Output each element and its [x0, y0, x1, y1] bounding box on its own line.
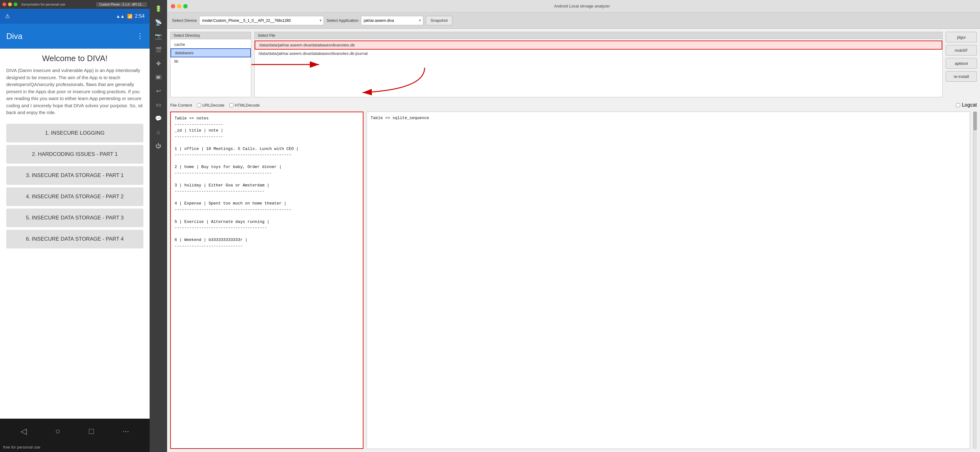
content-text-main: Table => notes -------------------- _id … [175, 115, 359, 249]
scrollbar[interactable] [973, 111, 977, 449]
android-navbar: ◁ ○ □ ··· [0, 419, 150, 444]
urldecode-label: URLDecode [202, 103, 224, 108]
device-select[interactable]: model:Custom_Phone__5_1_0__API_22__768x1… [199, 16, 324, 25]
htmldecode-group: HTMLDecode [229, 103, 260, 108]
file-content-area: File Content URLDecode HTMLDecode Logcat [170, 100, 977, 449]
status-time: 2:54 [135, 13, 145, 19]
device-label: Select Device [172, 18, 197, 23]
urldecode-checkbox[interactable] [197, 103, 201, 107]
window-icon[interactable]: ▭ [152, 99, 165, 111]
dir-item-databases[interactable]: databases [170, 48, 251, 57]
battery-icon[interactable]: 🔋 [152, 3, 165, 15]
statusbar-right: ▲▲ 📶 2:54 [116, 13, 145, 19]
emulator-window: Genymotion for personal use Custom Phone… [0, 0, 150, 452]
wifi-icon: 📶 [127, 14, 132, 19]
main-content-panel: Table => notes -------------------- _id … [170, 111, 363, 449]
android-content: Welcome to DIVA! DIVA (Damn insecure and… [0, 49, 150, 419]
directory-panel: Select Directory cache databases lib [170, 32, 251, 97]
app-title: Diva [6, 32, 22, 41]
diva-heading: Welcome to DIVA! [6, 54, 143, 63]
apktool-button[interactable]: apktool [946, 58, 977, 68]
snapshot-button[interactable]: Snapshot [426, 16, 452, 25]
android-appbar: Diva ⋮ [0, 24, 150, 49]
file-content-header: File Content URLDecode HTMLDecode Logcat [170, 100, 977, 110]
media-icon[interactable]: 🎬 [152, 44, 165, 56]
htmldecode-checkbox[interactable] [229, 103, 234, 107]
menu-item-1[interactable]: 1. INSECURE LOGGING [6, 124, 143, 142]
menu-item-5[interactable]: 5. INSECURE DATA STORAGE - PART 3 [6, 208, 143, 227]
logcat-group: Logcat [956, 102, 977, 108]
menu-item-4[interactable]: 4. INSECURE DATA STORAGE - PART 2 [6, 187, 143, 206]
move-icon[interactable]: ✥ [152, 57, 165, 70]
file-browser-area: Select Directory cache databases lib Sel… [170, 32, 977, 100]
reinstall-button[interactable]: re-install [946, 71, 977, 82]
secondary-content-panel: Table => sqlite_sequence [367, 111, 970, 449]
analyzer-main: Select Directory cache databases lib Sel… [167, 29, 980, 452]
home-nav-icon[interactable]: ○ [56, 427, 60, 436]
menu-item-6[interactable]: 6. INSECURE DATA STORAGE - PART 4 [6, 230, 143, 248]
home-icon[interactable]: ⌂ [152, 126, 165, 138]
menu-item-2[interactable]: 2. HARDCODING ISSUES - PART 1 [6, 145, 143, 164]
directory-panel-label: Select Directory [170, 32, 251, 39]
file-item-db[interactable]: /data/data/jakhar.aseem.diva/databases/d… [255, 41, 942, 49]
dir-item-lib[interactable]: lib [170, 57, 251, 65]
chat-icon[interactable]: 💬 [152, 112, 165, 125]
mac-maximize-button[interactable] [183, 4, 188, 8]
app-select-wrapper: jakhar.aseem.diva ▼ [361, 16, 423, 25]
menu-item-3[interactable]: 3. INSECURE DATA STORAGE - PART 1 [6, 166, 143, 185]
directory-list: cache databases lib [170, 39, 251, 97]
more-nav-icon[interactable]: ··· [122, 427, 129, 436]
file-browser-row: Select Directory cache databases lib Sel… [170, 32, 977, 97]
overflow-menu-icon[interactable]: ⋮ [137, 32, 143, 40]
mobsf-button[interactable]: mobSF [946, 45, 977, 56]
logcat-label: Logcat [962, 102, 977, 108]
logcat-checkbox[interactable] [956, 103, 960, 107]
diva-description: DIVA (Damn insecure and vulnerable App) … [6, 67, 143, 116]
mac-close-button[interactable] [171, 4, 175, 8]
warning-icon: ⚠ [5, 13, 10, 20]
minimize-button[interactable] [8, 3, 12, 6]
device-select-wrapper: model:Custom_Phone__5_1_0__API_22__768x1… [199, 16, 324, 25]
id-badge-icon[interactable]: ID [152, 71, 165, 84]
android-footer: free for personal use [0, 444, 150, 452]
maximize-button[interactable] [14, 3, 18, 6]
right-buttons: jdgui mobSF apktool re-install [946, 32, 977, 97]
file-content-panels: Table => notes -------------------- _id … [170, 111, 977, 449]
id-label: ID [155, 75, 162, 80]
analyzer-window-title: Android Local stroage analyzer [188, 4, 976, 8]
android-screen: ⚠ ▲▲ 📶 2:54 Diva ⋮ Welcome to DIVA! DIVA… [0, 9, 150, 452]
footer-text: free for personal use [3, 445, 40, 449]
back-nav-icon[interactable]: ◁ [21, 427, 27, 436]
recent-nav-icon[interactable]: □ [89, 427, 94, 436]
file-panel-label: Select File [255, 32, 942, 39]
app-label: Select Application [326, 18, 358, 23]
undo-icon[interactable]: ↩ [152, 85, 165, 97]
analyzer-window: Android Local stroage analyzer Select De… [167, 0, 980, 452]
content-text-secondary: Table => sqlite_sequence [371, 115, 966, 121]
file-content-label: File Content [170, 103, 192, 108]
file-list: /data/data/jakhar.aseem.diva/databases/d… [255, 39, 942, 97]
android-statusbar: ⚠ ▲▲ 📶 2:54 [0, 9, 150, 24]
analyzer-toolbar: Select Device model:Custom_Phone__5_1_0_… [167, 13, 980, 29]
urldecode-group: URLDecode [197, 103, 224, 108]
file-panel: Select File /data/data/jakhar.aseem.diva… [255, 32, 943, 97]
emulator-titlebar: Genymotion for personal use Custom Phone… [0, 0, 150, 9]
side-toolbar: 🔋 📡 📷 🎬 ✥ ID ↩ ▭ 💬 ⌂ ⏻ [150, 0, 167, 452]
htmldecode-label: HTMLDecode [235, 103, 260, 108]
close-button[interactable] [3, 3, 6, 6]
scrollbar-thumb[interactable] [974, 111, 977, 130]
gps-icon[interactable]: 📡 [152, 16, 165, 29]
power-icon[interactable]: ⏻ [152, 140, 165, 152]
mac-titlebar: Android Local stroage analyzer [167, 0, 980, 13]
mac-minimize-button[interactable] [177, 4, 181, 8]
jdgui-button[interactable]: jdgui [946, 32, 977, 42]
emulator-app-title: Genymotion for personal use [21, 3, 93, 6]
file-item-db-journal[interactable]: /data/data/jakhar.aseem.diva/databases/d… [255, 49, 942, 57]
dir-item-cache[interactable]: cache [170, 41, 251, 48]
emulator-tab[interactable]: Custom Phone - 5.1.0 - API 22... [96, 2, 147, 7]
mac-traffic-lights [171, 4, 188, 8]
app-select[interactable]: jakhar.aseem.diva [361, 16, 423, 25]
camera-icon[interactable]: 📷 [152, 30, 165, 42]
signal-icon: ▲▲ [116, 14, 125, 19]
